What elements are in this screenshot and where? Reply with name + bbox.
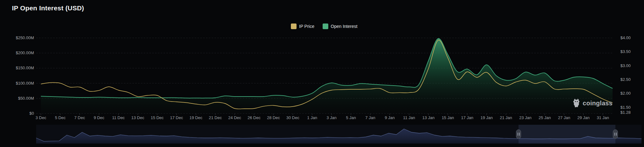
navigator-handle-right[interactable] — [613, 129, 618, 139]
handle-bar-icon — [519, 133, 520, 136]
navigator-handle-left[interactable] — [516, 129, 521, 139]
handle-bar-icon — [518, 133, 518, 136]
handle-bar-icon — [614, 133, 615, 136]
navigator-selection[interactable] — [519, 125, 615, 144]
handle-bar-icon — [616, 133, 617, 136]
chart-panel: IP Open Interest (USD) IP Price Open Int… — [0, 0, 644, 147]
